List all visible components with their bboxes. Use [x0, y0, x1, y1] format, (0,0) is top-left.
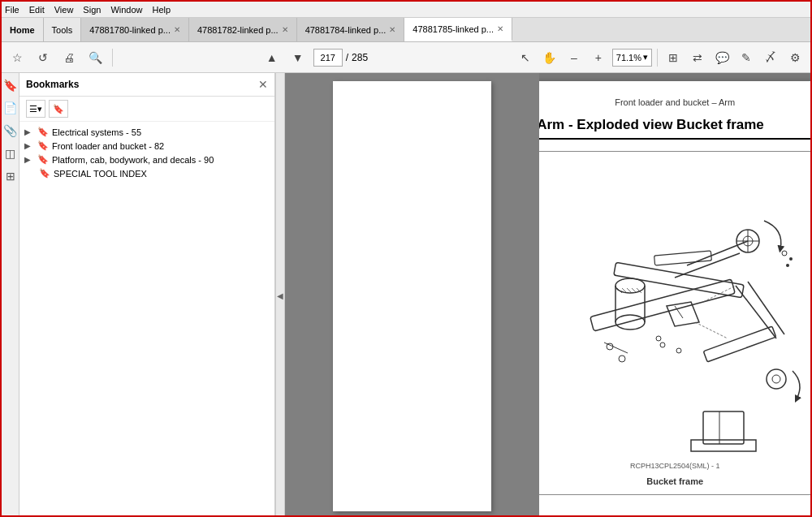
bookmark-electrical-icon: 🔖 — [37, 127, 49, 137]
tab-doc1[interactable]: 47881780-linked p... ✕ — [81, 18, 189, 41]
back-button[interactable]: ☆ — [6, 47, 28, 68]
sidebar-close-btn[interactable]: ✕ — [258, 78, 268, 91]
menu-view[interactable]: View — [54, 5, 74, 15]
tab-doc2-label: 47881782-linked p... — [197, 25, 279, 35]
thumbnail-page — [333, 81, 491, 511]
expand-electrical-icon[interactable]: ▶ — [24, 127, 34, 136]
bookmark-special-tool-icon: 🔖 — [39, 168, 50, 179]
svg-point-9 — [786, 264, 789, 267]
tab-doc1-close[interactable]: ✕ — [174, 25, 180, 34]
tab-home[interactable]: Home — [2, 18, 44, 41]
sep2 — [657, 49, 658, 67]
document-page: Front loader and bucket – Arm Arm - Expl… — [539, 81, 810, 517]
menu-help[interactable]: Help — [153, 5, 171, 15]
tab-tools[interactable]: Tools — [44, 18, 82, 41]
bookmarks-icon[interactable]: 🔖 — [3, 78, 18, 93]
zoom-in-btn[interactable]: + — [588, 47, 609, 68]
fit-page[interactable]: ⊞ — [663, 47, 684, 68]
sidebar-new-bookmark-btn[interactable]: 🔖 — [49, 100, 68, 118]
select-tool[interactable]: ↖ — [515, 47, 536, 68]
bookmark-front-loader-label: Front loader and bucket - 82 — [52, 141, 164, 151]
page-nav: / 285 — [313, 49, 368, 67]
tab-tools-label: Tools — [52, 25, 73, 35]
sidebar-toolbar: ☰▾ 🔖 — [19, 97, 274, 122]
print-button[interactable]: 🖨 — [58, 47, 80, 68]
bookmark-electrical[interactable]: ▶ 🔖 Electrical systems - 55 — [19, 125, 274, 139]
sep1 — [112, 49, 113, 67]
document-viewer: Front loader and bucket – Arm Arm - Expl… — [539, 73, 810, 517]
tab-home-label: Home — [10, 25, 35, 35]
draw-btn[interactable]: ✎ — [736, 47, 757, 68]
bookmark-platform-label: Platform, cab, bodywork, and decals - 90 — [52, 155, 214, 165]
highlight-btn[interactable]: 〆 — [760, 47, 781, 68]
expand-platform-icon[interactable]: ▶ — [24, 155, 34, 164]
left-icon-strip: 🔖 📄 📎 ◫ ⊞ — [2, 73, 19, 517]
sidebar-collapse-handle[interactable]: ◀ — [275, 73, 285, 517]
tab-doc4[interactable]: 47881785-linked p... ✕ — [404, 18, 512, 41]
menu-file[interactable]: File — [5, 5, 19, 15]
tab-doc2[interactable]: 47881782-linked p... ✕ — [189, 18, 297, 41]
page-total: 285 — [352, 52, 368, 63]
bookmark-special-tool[interactable]: 🔖 SPECIAL TOOL INDEX — [19, 166, 274, 180]
sidebar-title: Bookmarks — [26, 79, 79, 90]
bookmarks-panel: Bookmarks ✕ ☰▾ 🔖 ▶ 🔖 Electrical systems … — [19, 73, 275, 517]
forward-button[interactable]: ↺ — [32, 47, 54, 68]
toolbar-right: ↖ ✋ – + 71.1% ▾ ⊞ ⇄ 💬 ✎ 〆 ⚙ — [515, 47, 806, 68]
menu-bar: File Edit View Sign Window Help — [2, 2, 810, 18]
doc-image-caption: Bucket frame — [646, 476, 703, 486]
hand-tool[interactable]: ✋ — [539, 47, 560, 68]
tab-doc4-close[interactable]: ✕ — [497, 24, 503, 33]
tab-doc3-label: 47881784-linked p... — [305, 25, 387, 35]
bookmark-front-loader[interactable]: ▶ 🔖 Front loader and bucket - 82 — [19, 139, 274, 153]
sidebar-expand-btn[interactable]: ☰▾ — [26, 100, 45, 118]
zoom-dropdown-arrow[interactable]: ▾ — [643, 52, 648, 62]
expand-icon: ☰▾ — [29, 104, 42, 114]
toolbar: ☆ ↺ 🖨 🔍 ▲ ▼ / 285 ↖ ✋ – + 71.1% ▾ ⊞ ⇄ 💬 … — [2, 42, 810, 73]
toolbar-center: ▲ ▼ / 285 — [119, 47, 510, 68]
expand-front-loader-icon[interactable]: ▶ — [24, 141, 34, 150]
page-input[interactable] — [313, 49, 343, 67]
main-area: 🔖 📄 📎 ◫ ⊞ Bookmarks ✕ ☰▾ 🔖 ▶ 🔖 Electrica… — [2, 73, 810, 517]
scroll-up[interactable]: ▲ — [261, 47, 283, 68]
layers-icon[interactable]: ◫ — [3, 146, 18, 161]
zoom-out-toolbar[interactable]: 🔍 — [84, 47, 106, 68]
rotate-btn[interactable]: ⇄ — [687, 47, 708, 68]
menu-edit[interactable]: Edit — [29, 5, 45, 15]
pages-icon[interactable]: 📄 — [3, 101, 18, 115]
zoom-out-btn[interactable]: – — [564, 47, 585, 68]
attach-icon[interactable]: 📎 — [3, 123, 18, 138]
menu-sign[interactable]: Sign — [83, 5, 101, 15]
doc-section-title: Arm - Exploded view Bucket frame — [539, 117, 810, 140]
tab-doc1-label: 47881780-linked p... — [89, 25, 171, 35]
bookmark-front-loader-icon: 🔖 — [37, 140, 49, 151]
doc-image-ref: RCPH13CPL2504(SML) - 1 — [630, 462, 720, 470]
zoom-value: 71.1% — [616, 53, 641, 62]
sidebar-header: Bookmarks ✕ — [19, 73, 274, 97]
tab-doc4-label: 47881785-linked p... — [412, 24, 494, 34]
bookmark-platform-icon: 🔖 — [37, 154, 49, 165]
tools-btn[interactable]: ⚙ — [784, 47, 806, 68]
svg-point-8 — [789, 257, 793, 261]
tools-side-icon[interactable]: ⊞ — [3, 169, 18, 183]
bookmark-platform[interactable]: ▶ 🔖 Platform, cab, bodywork, and decals … — [19, 153, 274, 166]
scroll-down[interactable]: ▼ — [287, 47, 309, 68]
bookmark-electrical-label: Electrical systems - 55 — [52, 127, 141, 137]
page-separator: / — [346, 52, 348, 63]
tab-doc3-close[interactable]: ✕ — [389, 25, 395, 34]
page-thumbnail-area[interactable] — [285, 73, 540, 517]
bookmark-list: ▶ 🔖 Electrical systems - 55 ▶ 🔖 Front lo… — [19, 122, 274, 517]
comment-btn[interactable]: 💬 — [711, 47, 732, 68]
new-bookmark-icon: 🔖 — [53, 104, 64, 114]
doc-image-container: RCPH13CPL2504(SML) - 1 Bucket frame — [539, 151, 810, 495]
menu-window[interactable]: Window — [110, 5, 142, 15]
tab-doc3[interactable]: 47881784-linked p... ✕ — [297, 18, 405, 41]
tab-doc2-close[interactable]: ✕ — [282, 25, 288, 34]
doc-page-header: Front loader and bucket – Arm — [539, 97, 810, 107]
tab-bar: Home Tools 47881780-linked p... ✕ 478817… — [2, 18, 810, 42]
zoom-display[interactable]: 71.1% ▾ — [612, 49, 652, 67]
bookmark-special-tool-label: SPECIAL TOOL INDEX — [54, 169, 147, 179]
exploded-view-svg — [541, 160, 809, 460]
